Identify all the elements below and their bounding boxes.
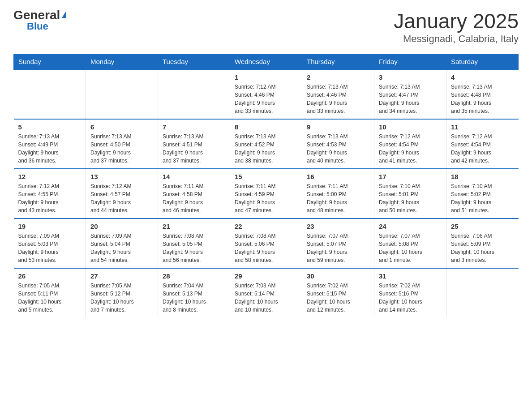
weekday-header-friday: Friday bbox=[374, 54, 446, 70]
day-number: 15 bbox=[235, 173, 297, 180]
day-number: 3 bbox=[379, 73, 442, 81]
day-number: 25 bbox=[451, 223, 514, 230]
day-number: 16 bbox=[307, 173, 369, 180]
day-number: 7 bbox=[163, 123, 225, 131]
calendar-cell: 10Sunrise: 7:12 AM Sunset: 4:54 PM Dayli… bbox=[374, 119, 446, 169]
weekday-header-saturday: Saturday bbox=[446, 54, 519, 70]
day-info: Sunrise: 7:13 AM Sunset: 4:52 PM Dayligh… bbox=[235, 133, 297, 165]
day-number: 19 bbox=[18, 223, 82, 230]
calendar-cell bbox=[14, 69, 86, 119]
day-number: 10 bbox=[379, 123, 442, 131]
day-info: Sunrise: 7:13 AM Sunset: 4:47 PM Dayligh… bbox=[379, 83, 442, 115]
day-number: 4 bbox=[451, 73, 514, 81]
day-info: Sunrise: 7:12 AM Sunset: 4:46 PM Dayligh… bbox=[235, 83, 297, 115]
day-number: 1 bbox=[235, 73, 297, 81]
day-info: Sunrise: 7:09 AM Sunset: 5:04 PM Dayligh… bbox=[90, 232, 153, 264]
weekday-header-monday: Monday bbox=[86, 54, 158, 70]
day-info: Sunrise: 7:09 AM Sunset: 5:03 PM Dayligh… bbox=[18, 232, 82, 264]
day-info: Sunrise: 7:13 AM Sunset: 4:53 PM Dayligh… bbox=[307, 133, 369, 165]
day-number: 6 bbox=[90, 123, 153, 131]
calendar-cell: 16Sunrise: 7:11 AM Sunset: 5:00 PM Dayli… bbox=[302, 169, 374, 218]
page-header: General Blue January 2025 Messignadi, Ca… bbox=[13, 9, 519, 45]
calendar-cell bbox=[158, 69, 230, 119]
calendar-cell: 19Sunrise: 7:09 AM Sunset: 5:03 PM Dayli… bbox=[14, 218, 86, 268]
day-info: Sunrise: 7:13 AM Sunset: 4:50 PM Dayligh… bbox=[90, 133, 153, 165]
calendar-cell: 28Sunrise: 7:04 AM Sunset: 5:13 PM Dayli… bbox=[158, 268, 230, 317]
calendar-cell: 5Sunrise: 7:13 AM Sunset: 4:49 PM Daylig… bbox=[14, 119, 86, 169]
day-info: Sunrise: 7:07 AM Sunset: 5:08 PM Dayligh… bbox=[379, 232, 442, 264]
day-number: 23 bbox=[307, 223, 369, 230]
calendar-body: 1Sunrise: 7:12 AM Sunset: 4:46 PM Daylig… bbox=[14, 69, 519, 317]
calendar-cell: 23Sunrise: 7:07 AM Sunset: 5:07 PM Dayli… bbox=[302, 218, 374, 268]
calendar-week-row: 12Sunrise: 7:12 AM Sunset: 4:55 PM Dayli… bbox=[14, 169, 519, 218]
logo: General Blue bbox=[13, 9, 66, 31]
day-info: Sunrise: 7:02 AM Sunset: 5:15 PM Dayligh… bbox=[307, 282, 369, 314]
calendar-cell: 27Sunrise: 7:05 AM Sunset: 5:12 PM Dayli… bbox=[86, 268, 158, 317]
calendar-header: SundayMondayTuesdayWednesdayThursdayFrid… bbox=[14, 54, 519, 70]
calendar-cell: 18Sunrise: 7:10 AM Sunset: 5:02 PM Dayli… bbox=[446, 169, 519, 218]
day-number: 8 bbox=[235, 123, 297, 131]
calendar-cell bbox=[86, 69, 158, 119]
calendar-cell: 12Sunrise: 7:12 AM Sunset: 4:55 PM Dayli… bbox=[14, 169, 86, 218]
day-info: Sunrise: 7:12 AM Sunset: 4:54 PM Dayligh… bbox=[379, 133, 442, 165]
day-info: Sunrise: 7:08 AM Sunset: 5:06 PM Dayligh… bbox=[235, 232, 297, 264]
day-info: Sunrise: 7:06 AM Sunset: 5:09 PM Dayligh… bbox=[451, 232, 514, 264]
weekday-header-row: SundayMondayTuesdayWednesdayThursdayFrid… bbox=[14, 54, 519, 70]
day-info: Sunrise: 7:12 AM Sunset: 4:54 PM Dayligh… bbox=[451, 133, 514, 165]
day-info: Sunrise: 7:12 AM Sunset: 4:57 PM Dayligh… bbox=[90, 182, 153, 214]
day-info: Sunrise: 7:03 AM Sunset: 5:14 PM Dayligh… bbox=[235, 282, 297, 314]
day-info: Sunrise: 7:11 AM Sunset: 4:59 PM Dayligh… bbox=[235, 182, 297, 214]
day-info: Sunrise: 7:13 AM Sunset: 4:51 PM Dayligh… bbox=[163, 133, 225, 165]
day-number: 13 bbox=[90, 173, 153, 180]
day-info: Sunrise: 7:04 AM Sunset: 5:13 PM Dayligh… bbox=[163, 282, 225, 314]
weekday-header-thursday: Thursday bbox=[302, 54, 374, 70]
calendar-cell: 4Sunrise: 7:13 AM Sunset: 4:48 PM Daylig… bbox=[446, 69, 519, 119]
weekday-header-wednesday: Wednesday bbox=[230, 54, 302, 70]
day-number: 26 bbox=[18, 272, 82, 280]
calendar-cell: 9Sunrise: 7:13 AM Sunset: 4:53 PM Daylig… bbox=[302, 119, 374, 169]
day-number: 17 bbox=[379, 173, 442, 180]
calendar-table: SundayMondayTuesdayWednesdayThursdayFrid… bbox=[13, 54, 519, 317]
day-info: Sunrise: 7:07 AM Sunset: 5:07 PM Dayligh… bbox=[307, 232, 369, 264]
calendar-cell bbox=[446, 268, 519, 317]
day-number: 24 bbox=[379, 223, 442, 230]
day-number: 20 bbox=[90, 223, 153, 230]
calendar-cell: 11Sunrise: 7:12 AM Sunset: 4:54 PM Dayli… bbox=[446, 119, 519, 169]
day-info: Sunrise: 7:02 AM Sunset: 5:16 PM Dayligh… bbox=[379, 282, 442, 314]
day-number: 2 bbox=[307, 73, 369, 81]
weekday-header-sunday: Sunday bbox=[14, 54, 86, 70]
logo-blue-text: Blue bbox=[27, 21, 48, 31]
day-number: 30 bbox=[307, 272, 369, 280]
calendar-week-row: 5Sunrise: 7:13 AM Sunset: 4:49 PM Daylig… bbox=[14, 119, 519, 169]
day-info: Sunrise: 7:12 AM Sunset: 4:55 PM Dayligh… bbox=[18, 182, 82, 214]
month-title: January 2025 bbox=[394, 9, 519, 33]
day-number: 12 bbox=[18, 173, 82, 180]
calendar-cell: 1Sunrise: 7:12 AM Sunset: 4:46 PM Daylig… bbox=[230, 69, 302, 119]
logo-triangle-icon bbox=[62, 11, 66, 18]
calendar-cell: 21Sunrise: 7:08 AM Sunset: 5:05 PM Dayli… bbox=[158, 218, 230, 268]
day-number: 18 bbox=[451, 173, 514, 180]
weekday-header-tuesday: Tuesday bbox=[158, 54, 230, 70]
day-number: 28 bbox=[163, 272, 225, 280]
day-number: 29 bbox=[235, 272, 297, 280]
calendar-cell: 14Sunrise: 7:11 AM Sunset: 4:58 PM Dayli… bbox=[158, 169, 230, 218]
calendar-cell: 26Sunrise: 7:05 AM Sunset: 5:11 PM Dayli… bbox=[14, 268, 86, 317]
calendar-cell: 17Sunrise: 7:10 AM Sunset: 5:01 PM Dayli… bbox=[374, 169, 446, 218]
calendar-cell: 30Sunrise: 7:02 AM Sunset: 5:15 PM Dayli… bbox=[302, 268, 374, 317]
calendar-week-row: 19Sunrise: 7:09 AM Sunset: 5:03 PM Dayli… bbox=[14, 218, 519, 268]
calendar-week-row: 26Sunrise: 7:05 AM Sunset: 5:11 PM Dayli… bbox=[14, 268, 519, 317]
day-info: Sunrise: 7:11 AM Sunset: 4:58 PM Dayligh… bbox=[163, 182, 225, 214]
day-info: Sunrise: 7:08 AM Sunset: 5:05 PM Dayligh… bbox=[163, 232, 225, 264]
title-area: January 2025 Messignadi, Calabria, Italy bbox=[394, 9, 519, 45]
location-subtitle: Messignadi, Calabria, Italy bbox=[394, 33, 519, 45]
calendar-cell: 24Sunrise: 7:07 AM Sunset: 5:08 PM Dayli… bbox=[374, 218, 446, 268]
day-number: 21 bbox=[163, 223, 225, 230]
calendar-cell: 22Sunrise: 7:08 AM Sunset: 5:06 PM Dayli… bbox=[230, 218, 302, 268]
calendar-cell: 13Sunrise: 7:12 AM Sunset: 4:57 PM Dayli… bbox=[86, 169, 158, 218]
day-number: 14 bbox=[163, 173, 225, 180]
day-info: Sunrise: 7:05 AM Sunset: 5:11 PM Dayligh… bbox=[18, 282, 82, 314]
day-number: 27 bbox=[90, 272, 153, 280]
day-info: Sunrise: 7:10 AM Sunset: 5:02 PM Dayligh… bbox=[451, 182, 514, 214]
day-info: Sunrise: 7:11 AM Sunset: 5:00 PM Dayligh… bbox=[307, 182, 369, 214]
calendar-cell: 2Sunrise: 7:13 AM Sunset: 4:46 PM Daylig… bbox=[302, 69, 374, 119]
